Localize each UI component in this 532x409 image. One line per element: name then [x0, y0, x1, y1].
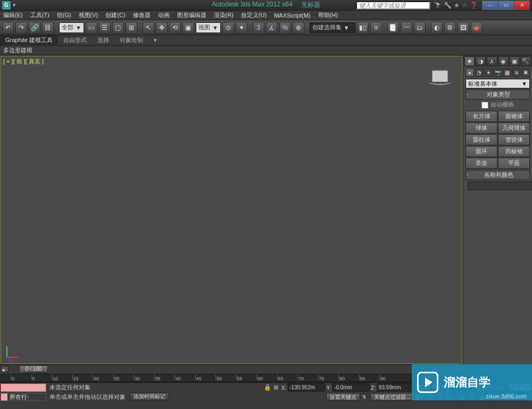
display-tab-icon[interactable]: ▣ [510, 56, 520, 66]
dropdown-arrow-icon[interactable]: ▾ [13, 2, 16, 9]
y-input[interactable]: -0.0mm [332, 383, 370, 391]
select-object-icon[interactable]: ↖ [143, 22, 154, 34]
create-tab-icon[interactable]: ✹ [464, 56, 475, 66]
help-icon[interactable]: ❓ [470, 2, 478, 9]
maximize-button[interactable]: ▭ [498, 1, 514, 10]
viewport-label[interactable]: [ + ][ 前 ][ 真实 ] [3, 58, 44, 66]
modify-tab-icon[interactable]: ◑ [476, 56, 486, 66]
angle-snap-icon[interactable]: ∡ [266, 22, 278, 34]
sphere-button[interactable]: 球体 [466, 122, 497, 134]
lights-icon[interactable]: ✦ [484, 68, 493, 77]
favorite-icon[interactable]: ☆ [462, 2, 468, 9]
plane-button[interactable]: 平面 [498, 158, 530, 169]
teapot-button[interactable]: 茶壶 [466, 158, 497, 169]
render-icon[interactable]: 🫖 [471, 22, 483, 34]
curve-editor-icon[interactable]: 〰 [401, 22, 412, 34]
menu-tools[interactable]: 工具(T) [30, 11, 49, 19]
named-selection-dropdown[interactable]: 创建选择集▼ [310, 22, 355, 33]
menu-graph[interactable]: 图形编辑器 [177, 11, 206, 19]
mirror-icon[interactable]: ▮▯ [357, 22, 369, 34]
tube-button[interactable]: 管状体 [498, 134, 530, 145]
spacewarps-icon[interactable]: ≋ [512, 68, 521, 77]
scale-icon[interactable]: ▣ [182, 22, 194, 34]
torus-button[interactable]: 圆环 [466, 146, 497, 157]
key-filter-icon[interactable]: ↯ [362, 394, 367, 400]
name-color-header[interactable]: -名称和颜色 [466, 170, 530, 180]
material-editor-icon[interactable]: ◐ [431, 22, 443, 34]
render-frame-icon[interactable]: 🖼 [458, 22, 469, 34]
menu-help[interactable]: 帮助(H) [318, 11, 338, 19]
schematic-icon[interactable]: 🗂 [414, 22, 426, 34]
menu-maxscript[interactable]: MAXScript(M) [274, 12, 310, 19]
ribbon-tab-selection[interactable]: 选择 [92, 35, 114, 46]
pivot-icon[interactable]: ⊙ [222, 22, 234, 34]
motion-tab-icon[interactable]: ◉ [498, 56, 509, 66]
viewport-front[interactable]: [ + ][ 前 ][ 真实 ] [1, 56, 462, 364]
cameras-icon[interactable]: 📷 [494, 68, 502, 77]
lock-icon[interactable]: 🔒 [264, 384, 271, 391]
spinner-snap-icon[interactable]: ⊕ [293, 22, 304, 34]
menu-animation[interactable]: 动画 [158, 11, 170, 19]
menu-create[interactable]: 创建(C) [105, 11, 125, 19]
filter-dropdown[interactable]: 全部▼ [59, 22, 84, 33]
utilities-tab-icon[interactable]: 🔨 [521, 56, 531, 66]
select-name-icon[interactable]: ☰ [99, 22, 111, 34]
close-button[interactable]: ✕ [514, 1, 530, 10]
layer-icon[interactable]: 📑 [387, 22, 399, 34]
move-icon[interactable]: ✥ [156, 22, 168, 34]
x-input[interactable]: -130.952m [288, 383, 325, 391]
minimize-button[interactable]: ─ [482, 1, 498, 10]
geometry-icon[interactable]: ● [466, 68, 474, 77]
rotate-icon[interactable]: ⟲ [169, 22, 181, 34]
shapes-icon[interactable]: ◔ [475, 68, 484, 77]
select-icon[interactable]: ▭ [86, 22, 97, 34]
link-icon[interactable]: 🔗 [29, 22, 40, 34]
object-type-header[interactable]: -对象类型 [466, 89, 530, 100]
wrench-icon[interactable]: 🔧 [444, 2, 452, 9]
set-key-button[interactable]: 设置关键点 [326, 393, 360, 401]
object-name-input[interactable] [468, 182, 532, 190]
category-dropdown[interactable]: 标准基本体▼ [466, 79, 530, 88]
timeslider-left-icon[interactable]: ◂ [1, 366, 9, 372]
ribbon-panel-label[interactable]: 多边形建模 [0, 46, 532, 55]
menu-group[interactable]: 组(G) [57, 11, 71, 19]
box-button[interactable]: 长方体 [466, 111, 497, 122]
menu-view[interactable]: 视图(V) [79, 11, 98, 19]
viewcube[interactable] [429, 67, 451, 85]
percent-snap-icon[interactable]: % [279, 22, 291, 34]
pyramid-button[interactable]: 四棱锥 [498, 146, 530, 157]
ribbon-tab-freeform[interactable]: 自由形式 [58, 35, 92, 46]
systems-icon[interactable]: ✱ [521, 68, 530, 77]
app-icon[interactable]: G [2, 1, 11, 10]
cylinder-button[interactable]: 圆柱体 [466, 134, 497, 145]
ribbon-expand-icon[interactable]: ▾ [148, 35, 162, 46]
key-filters-button[interactable]: 关键点过滤器... [370, 393, 414, 401]
ribbon-tab-paint[interactable]: 对象绘制 [114, 35, 148, 46]
ribbon-tab-modeling[interactable]: Graphite 建模工具 [0, 35, 58, 46]
z-input[interactable]: 93.59mm [377, 383, 414, 391]
helpers-icon[interactable]: ▦ [503, 68, 511, 77]
window-crossing-icon[interactable]: ⊞ [126, 22, 137, 34]
hierarchy-tab-icon[interactable]: ⅄ [487, 56, 497, 66]
star-icon[interactable]: ★ [454, 2, 460, 9]
render-setup-icon[interactable]: ⚙ [444, 22, 456, 34]
binoculars-icon[interactable]: 🔭 [434, 2, 442, 9]
auto-grid-checkbox[interactable] [481, 102, 488, 109]
transform-type-icon[interactable]: ⊞ [273, 384, 278, 391]
cone-button[interactable]: 圆锥体 [498, 111, 530, 122]
align-icon[interactable]: ≡ [370, 22, 382, 34]
unlink-icon[interactable]: ⛓ [42, 22, 54, 34]
menu-edit[interactable]: 编辑(E) [3, 11, 23, 19]
search-input[interactable] [356, 1, 430, 10]
manipulate-icon[interactable]: ✦ [236, 22, 247, 34]
geosphere-button[interactable]: 几何球体 [498, 122, 530, 134]
time-slider-handle[interactable]: 0 / 100 [19, 365, 48, 373]
refcoord-dropdown[interactable]: 视图▼ [196, 22, 221, 33]
undo-icon[interactable]: ↶ [2, 22, 14, 34]
menu-modifiers[interactable]: 修改器 [133, 11, 151, 19]
redo-icon[interactable]: ↷ [15, 22, 27, 34]
menu-customize[interactable]: 自定义(U) [241, 11, 267, 19]
menu-render[interactable]: 渲染(R) [214, 11, 234, 19]
region-rect-icon[interactable]: ▢ [112, 22, 124, 34]
snap-toggle-icon[interactable]: 3 [253, 22, 264, 34]
